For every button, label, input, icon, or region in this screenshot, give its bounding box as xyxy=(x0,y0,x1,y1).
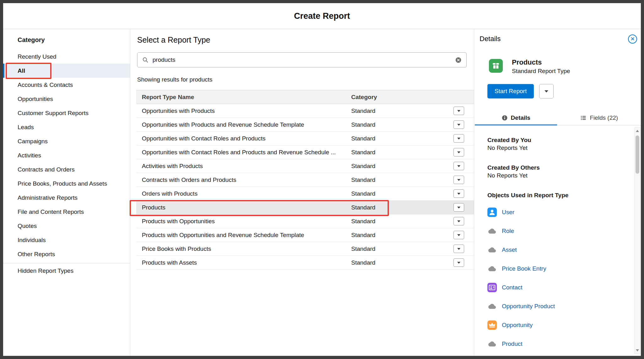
category-item[interactable]: Contracts and Orders xyxy=(3,162,130,177)
category-item[interactable]: Price Books, Products and Assets xyxy=(3,177,130,191)
column-category: Category xyxy=(351,94,377,101)
tab-label: Fields (22) xyxy=(590,114,618,121)
report-type-category: Standard xyxy=(351,135,375,142)
start-report-dropdown-button[interactable] xyxy=(539,84,554,98)
category-item-hidden-report-types[interactable]: Hidden Report Types xyxy=(3,264,130,278)
row-actions-dropdown-button[interactable] xyxy=(453,189,464,198)
table-row[interactable]: Products with Opportunities and Revenue … xyxy=(136,228,474,242)
object-row: Price Book Entry xyxy=(487,259,627,278)
details-tabs: Details Fields (22) xyxy=(474,111,641,125)
report-type-name: Products with Opportunities and Revenue … xyxy=(136,232,304,239)
category-item[interactable]: Individuals xyxy=(3,233,130,247)
section-body: No Reports Yet xyxy=(487,144,627,152)
chevron-down-icon xyxy=(457,248,460,250)
chevron-down-icon xyxy=(457,151,460,153)
report-type-main: Select a Report Type Showing results for… xyxy=(130,29,474,356)
scrollbar-thumb[interactable] xyxy=(636,135,639,174)
screen: Create Report Category Recently Used All… xyxy=(0,0,644,359)
object-row: Opportunity Product xyxy=(487,297,627,316)
details-section: Created By You No Reports Yet xyxy=(487,136,627,152)
report-type-category: Standard xyxy=(351,190,375,197)
category-item[interactable]: Recently Used xyxy=(3,50,130,64)
clear-icon[interactable] xyxy=(455,57,462,63)
category-item[interactable]: Administrative Reports xyxy=(3,191,130,205)
category-item-label: Activities xyxy=(18,152,41,159)
table-row[interactable]: Orders with Products Standard xyxy=(136,187,474,201)
row-actions-dropdown-button[interactable] xyxy=(453,176,464,184)
close-icon[interactable] xyxy=(628,34,637,44)
row-actions-dropdown-button[interactable] xyxy=(453,134,464,143)
row-actions-dropdown-button[interactable] xyxy=(453,217,464,225)
object-link[interactable]: Asset xyxy=(502,246,517,253)
category-item[interactable]: Quotes xyxy=(3,219,130,233)
object-link[interactable]: Opportunity xyxy=(502,322,533,329)
chevron-down-icon xyxy=(457,138,460,140)
row-actions-dropdown-button[interactable] xyxy=(453,231,464,239)
category-list: Recently Used All Accounts & Contacts Op… xyxy=(3,50,130,261)
table-row[interactable]: Opportunities with Products Standard xyxy=(136,104,474,118)
object-link[interactable]: User xyxy=(502,209,514,216)
row-actions-dropdown-button[interactable] xyxy=(453,148,464,156)
object-row: User xyxy=(487,203,627,222)
table-row[interactable]: Products with Opportunities Standard xyxy=(136,214,474,228)
category-item[interactable]: Accounts & Contacts xyxy=(3,78,130,92)
report-type-name: Products with Opportunities xyxy=(136,218,215,225)
object-row: Product xyxy=(487,335,627,353)
category-item[interactable]: All xyxy=(3,64,130,78)
table-row[interactable]: Opportunities with Products and Revenue … xyxy=(136,118,474,132)
search-input[interactable] xyxy=(153,56,455,63)
object-link[interactable]: Contact xyxy=(502,284,522,291)
table-row[interactable]: Contracts with Orders and Products Stand… xyxy=(136,173,474,187)
category-item[interactable]: Activities xyxy=(3,148,130,162)
object-link[interactable]: Product xyxy=(502,341,522,347)
report-counts: Created By You No Reports Yet Created By… xyxy=(487,136,627,180)
report-type-name: Products xyxy=(136,204,165,211)
category-item[interactable]: Opportunities xyxy=(3,92,130,106)
category-item[interactable]: Campaigns xyxy=(3,134,130,148)
object-row: Contact xyxy=(487,278,627,297)
category-item-label: Recently Used xyxy=(18,53,56,60)
scroll-down-icon[interactable] xyxy=(635,347,640,353)
table-row[interactable]: Opportunities with Contact Roles and Pro… xyxy=(136,145,474,159)
row-actions-dropdown-button[interactable] xyxy=(453,258,464,267)
table-row[interactable]: Products Standard xyxy=(136,201,474,214)
report-type-category: Standard xyxy=(351,149,375,156)
cloud-icon xyxy=(487,302,497,311)
category-item[interactable]: Customer Support Reports xyxy=(3,106,130,120)
category-item-label: Price Books, Products and Assets xyxy=(18,180,107,187)
tab[interactable]: Details xyxy=(474,111,558,125)
category-item[interactable]: Other Reports xyxy=(3,247,130,261)
create-report-dialog: Create Report Category Recently Used All… xyxy=(3,3,641,356)
row-actions-dropdown-button[interactable] xyxy=(453,120,464,129)
object-link[interactable]: Role xyxy=(502,228,514,235)
row-actions-dropdown-button[interactable] xyxy=(453,162,464,170)
entity-subtitle: Standard Report Type xyxy=(512,68,570,75)
report-type-name: Orders with Products xyxy=(136,190,197,197)
object-link[interactable]: Price Book Entry xyxy=(502,265,546,272)
table-row[interactable]: Opportunities with Contact Roles and Pro… xyxy=(136,132,474,145)
category-item-label: All xyxy=(18,67,25,74)
table-row[interactable]: Activities with Products Standard xyxy=(136,159,474,173)
tab[interactable]: Fields (22) xyxy=(558,111,641,125)
object-link[interactable]: Opportunity Product xyxy=(502,303,555,310)
table-row[interactable]: Products with Assets Standard xyxy=(136,256,474,270)
table-row[interactable]: Price Books with Products Standard xyxy=(136,242,474,256)
row-actions-dropdown-button[interactable] xyxy=(453,203,464,212)
cloud-icon xyxy=(487,226,497,236)
category-item[interactable]: Leads xyxy=(3,120,130,134)
row-actions-dropdown-button[interactable] xyxy=(453,107,464,115)
start-report-button[interactable]: Start Report xyxy=(487,84,534,98)
chevron-down-icon xyxy=(457,234,460,236)
chevron-down-icon xyxy=(457,262,460,264)
category-item-label: Administrative Reports xyxy=(18,194,78,201)
category-item[interactable]: File and Content Reports xyxy=(3,205,130,219)
chevron-down-icon xyxy=(457,220,460,222)
report-type-category: Standard xyxy=(351,163,375,170)
row-actions-dropdown-button[interactable] xyxy=(453,245,464,253)
category-item-label: Leads xyxy=(18,124,34,131)
scroll-up-icon[interactable] xyxy=(635,128,640,134)
user-icon xyxy=(487,208,497,217)
category-item-label: Opportunities xyxy=(18,96,53,103)
report-type-name: Activities with Products xyxy=(136,163,203,170)
details-scrollbar[interactable] xyxy=(635,127,640,354)
